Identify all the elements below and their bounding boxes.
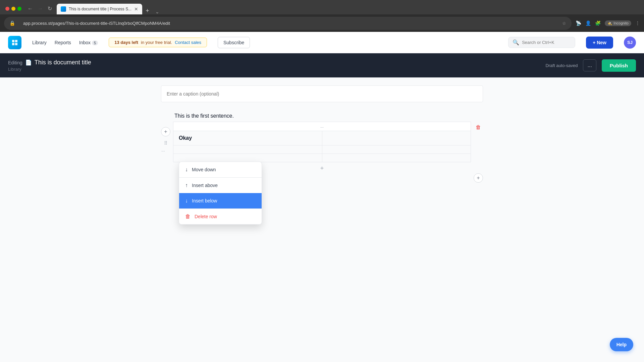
row-more-button[interactable]: ... <box>161 147 165 153</box>
trial-days: 13 days left <box>114 40 138 45</box>
window-maximize[interactable] <box>17 7 21 11</box>
more-options-button[interactable]: ... <box>583 59 596 71</box>
search-icon: 🔍 <box>513 39 519 46</box>
insert-below-icon: ↓ <box>185 198 188 204</box>
menu-item-insert-above[interactable]: ↑ Insert above <box>179 178 262 193</box>
menu-label-move-down: Move down <box>192 167 216 172</box>
subscribe-button[interactable]: Subscribe <box>218 37 250 48</box>
table-cell-row3-1[interactable] <box>173 154 322 162</box>
caption-input[interactable] <box>161 85 483 102</box>
insert-above-icon: ↑ <box>185 182 188 188</box>
plus-icon: + <box>164 129 167 135</box>
menu-label-insert-below: Insert below <box>192 198 217 203</box>
menu-label-delete-row: Delete row <box>195 214 217 219</box>
context-menu: ↓ Move down ↑ Insert above <box>179 162 262 225</box>
window-close[interactable] <box>5 7 9 11</box>
publish-button[interactable]: Publish <box>602 59 636 72</box>
breadcrumb: Library <box>8 67 91 72</box>
app-header: Library Reports Inbox5 13 days left in y… <box>0 32 644 53</box>
menu-item-delete-row[interactable]: 🗑 Delete row <box>179 209 262 224</box>
add-column-button[interactable]: + <box>474 173 483 183</box>
drag-handle[interactable]: ⠿ <box>162 140 169 146</box>
table-container: ... Okay <box>173 122 471 175</box>
forward-button[interactable]: → <box>36 4 44 13</box>
window-minimize[interactable] <box>11 7 15 11</box>
doc-icon: 📄 <box>25 59 32 66</box>
table-row-3 <box>173 154 471 162</box>
first-sentence: This is the first sentence. <box>161 113 483 119</box>
menu-label-insert-above: Insert above <box>192 183 218 188</box>
menu-item-move-down[interactable]: ↓ Move down <box>179 162 262 177</box>
extensions-icon[interactable]: 🧩 <box>595 20 601 26</box>
search-box[interactable]: 🔍 <box>508 37 575 48</box>
trial-suffix: in your free trial. <box>141 40 172 45</box>
auto-saved-status: Draft auto-saved <box>545 63 578 68</box>
trial-banner: 13 days left in your free trial. Contact… <box>109 38 207 47</box>
right-actions: 🗑 + <box>474 124 483 183</box>
new-button[interactable]: + New <box>586 37 613 49</box>
row-more-icon[interactable]: ... <box>320 124 324 129</box>
add-col-icon: + <box>477 175 480 181</box>
search-input[interactable] <box>522 40 569 45</box>
editing-header: Editing 📄 This is document title Library… <box>0 53 644 77</box>
app-logo[interactable] <box>8 36 21 49</box>
delete-table-button[interactable]: 🗑 <box>476 124 481 130</box>
library-nav-link[interactable]: Library <box>32 40 47 45</box>
inbox-nav-link[interactable]: Inbox5 <box>79 40 98 45</box>
cast-icon[interactable]: 📡 <box>576 20 581 26</box>
table-more-row: ... <box>173 122 471 131</box>
menu-item-insert-below[interactable]: ↓ Insert below <box>179 193 262 208</box>
tab-title: This is document title | Process S... <box>69 7 131 11</box>
table-cell-row3-2[interactable] <box>322 154 471 162</box>
shield-icon: 🔒 <box>9 20 15 26</box>
move-down-icon: ↓ <box>185 167 188 173</box>
add-row-icon: + <box>320 165 324 172</box>
table-cell-content[interactable]: Okay <box>173 131 322 145</box>
table-cell-row2-2[interactable] <box>322 145 471 154</box>
content-table: Okay ... <box>173 131 471 162</box>
content-area: This is the first sentence. + ⠿ ... <box>0 77 644 362</box>
incognito-badge: 🕵️ Incognito <box>605 20 631 26</box>
table-row: Okay <box>173 131 471 145</box>
reload-button[interactable]: ↻ <box>46 4 53 13</box>
browser-tab[interactable]: This is document title | Process S... ✕ <box>57 4 142 14</box>
reports-nav-link[interactable]: Reports <box>55 40 71 45</box>
address-bar-input[interactable] <box>18 19 559 28</box>
add-block-button[interactable]: + <box>161 127 170 136</box>
user-avatar[interactable]: SJ <box>624 37 636 49</box>
more-options-icon[interactable]: ⋮ <box>635 20 640 26</box>
bookmark-icon[interactable]: ☆ <box>562 21 566 26</box>
help-button[interactable]: Help <box>610 338 633 351</box>
table-row-2: ... ↓ Move down <box>173 145 471 154</box>
table-cell-empty-1[interactable] <box>322 131 471 145</box>
profile-icon[interactable]: 👤 <box>585 20 591 26</box>
doc-title: This is document title <box>35 59 91 66</box>
back-button[interactable]: ← <box>26 4 34 13</box>
tab-overflow-icon[interactable]: ⌄ <box>153 9 162 14</box>
tab-favicon <box>61 6 66 12</box>
inbox-badge: 5 <box>92 41 98 45</box>
main-nav: Library Reports Inbox5 <box>32 40 98 45</box>
delete-row-icon: 🗑 <box>185 214 191 220</box>
tab-close-icon[interactable]: ✕ <box>134 6 138 12</box>
editing-label: Editing <box>8 60 22 65</box>
table-cell-row2-1[interactable]: ... ↓ Move down <box>173 145 322 154</box>
new-tab-button[interactable]: + <box>143 7 152 14</box>
contact-sales-link[interactable]: Contact sales <box>175 40 201 45</box>
